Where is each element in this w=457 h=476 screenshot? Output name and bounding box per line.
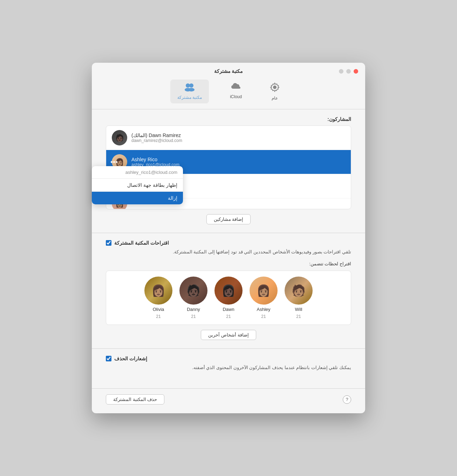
minimize-button[interactable] (339, 69, 343, 74)
moment-count-olivia: 21 (156, 314, 161, 319)
delete-notifications-label: إشعارات الحذف (114, 356, 147, 361)
moment-name-ashley: Ashley (257, 307, 270, 312)
moment-item-ashley: 👩🏽 Ashley 21 (250, 277, 278, 319)
close-button[interactable] (354, 69, 358, 74)
window-controls (339, 69, 358, 74)
separator-2 (92, 348, 365, 349)
participant-info-dawn: Dawn Ramirez (المالك) dawn_ramirez@iclou… (131, 132, 345, 143)
tab-general[interactable]: عام (263, 80, 287, 103)
svg-point-3 (188, 88, 195, 91)
moment-avatar-will: 🧑🏽 (285, 277, 313, 305)
moment-avatar-ashley: 👩🏽 (250, 277, 278, 305)
tab-icloud[interactable]: iCloud (223, 80, 249, 103)
moment-item-dawn: 👩🏿 Dawn 21 (214, 277, 243, 319)
moment-name-dawn: Dawn (223, 307, 234, 312)
moment-item-will: 🧑🏽 Will 21 (285, 277, 313, 319)
participant-info-ashley: Ashley Rico ashley_rico1@icloud.com (131, 157, 345, 167)
toolbar: مكتبة مشتركة iCloud عام (92, 74, 365, 109)
help-button[interactable]: ? (343, 395, 351, 404)
suggestions-section: اقتراحات المكتبة المشتركة تلقي اقتراحات … (106, 240, 351, 340)
delete-notifications-checkbox[interactable] (106, 356, 111, 361)
window-title: مكتبة مشتركة (214, 68, 243, 74)
moment-item-olivia: 👩🏽 Olivia 21 (144, 277, 172, 319)
moment-avatar-olivia: 👩🏽 (144, 277, 172, 305)
more-options-button[interactable]: ••• (110, 158, 118, 166)
content-area: المشاركون: Dawn Ramirez (المالك) dawn_ra… (92, 109, 365, 385)
maximize-button[interactable] (346, 69, 351, 74)
moment-count-dawn: 21 (226, 314, 231, 319)
svg-point-1 (189, 83, 193, 88)
main-window: مكتبة مشتركة مكتبة مشتركة (92, 63, 365, 413)
icloud-icon (231, 82, 241, 93)
suggestions-checkbox-row: اقتراحات المكتبة المشتركة (106, 240, 351, 246)
footer: حذف المكتبة المشتركة ? (92, 388, 365, 410)
participant-email-dawn: dawn_ramirez@icloud.com (131, 138, 182, 143)
moments-label: اقتراح لحظات تتضمن: (106, 261, 351, 266)
tab-general-label: عام (272, 96, 278, 101)
suggestions-checkbox[interactable] (106, 240, 111, 246)
tab-icloud-label: iCloud (230, 94, 242, 99)
gear-icon (270, 82, 280, 94)
delete-notifications-checkbox-row: إشعارات الحذف (106, 356, 351, 361)
moment-avatar-danny: 🧑🏿 (179, 277, 207, 305)
moments-grid: 🧑🏽 Will 21 👩🏽 Ashley 21 👩🏿 Da (106, 271, 351, 325)
context-menu-show-card[interactable]: إظهار بطاقة جهة الاتصال (92, 179, 183, 192)
add-participants-button[interactable]: إضافة مشاركين (206, 214, 251, 224)
add-people-button[interactable]: إضافة أشخاص آخرين (201, 330, 256, 340)
participant-name-ashley: Ashley Rico (131, 157, 157, 162)
context-menu-email: ashley_rico1@icloud.com (92, 166, 183, 179)
suggestions-label: اقتراحات المكتبة المشتركة (114, 240, 169, 246)
shared-icon (184, 82, 195, 94)
moment-name-olivia: Olivia (153, 307, 164, 312)
suggestions-description: تلقي اقتراحات بصور وفيديوهات الأشخاص الم… (106, 249, 351, 256)
delete-notifications-section: إشعارات الحذف يمكنك تلقي إشعارات بانتظام… (106, 356, 351, 371)
participant-row-dawn[interactable]: Dawn Ramirez (المالك) dawn_ramirez@iclou… (106, 126, 351, 150)
participants-section-label: المشاركون: (106, 116, 351, 122)
moment-count-ashley: 21 (261, 314, 266, 319)
avatar-dawn: 🧑🏿 (112, 130, 127, 145)
tab-shared-label: مكتبة مشتركة (177, 95, 202, 100)
context-menu-remove[interactable]: إزالة (92, 192, 183, 204)
participant-name-dawn: Dawn Ramirez (المالك) (131, 132, 181, 138)
title-bar: مكتبة مشتركة (92, 63, 365, 74)
moment-avatar-dawn: 👩🏿 (214, 277, 243, 305)
moment-name-danny: Danny (187, 307, 200, 312)
separator-1 (92, 233, 365, 233)
context-menu: ashley_rico1@icloud.com إظهار بطاقة جهة … (92, 166, 183, 204)
tab-shared[interactable]: مكتبة مشتركة (170, 80, 209, 103)
moment-count-will: 21 (296, 314, 301, 319)
moment-name-will: Will (295, 307, 302, 312)
moment-item-danny: 🧑🏿 Danny 21 (179, 277, 207, 319)
moment-count-danny: 21 (191, 314, 196, 319)
delete-notifications-description: يمكنك تلقي إشعارات بانتظام عندما يحذف ال… (106, 364, 351, 371)
delete-library-button[interactable]: حذف المكتبة المشتركة (106, 394, 164, 404)
